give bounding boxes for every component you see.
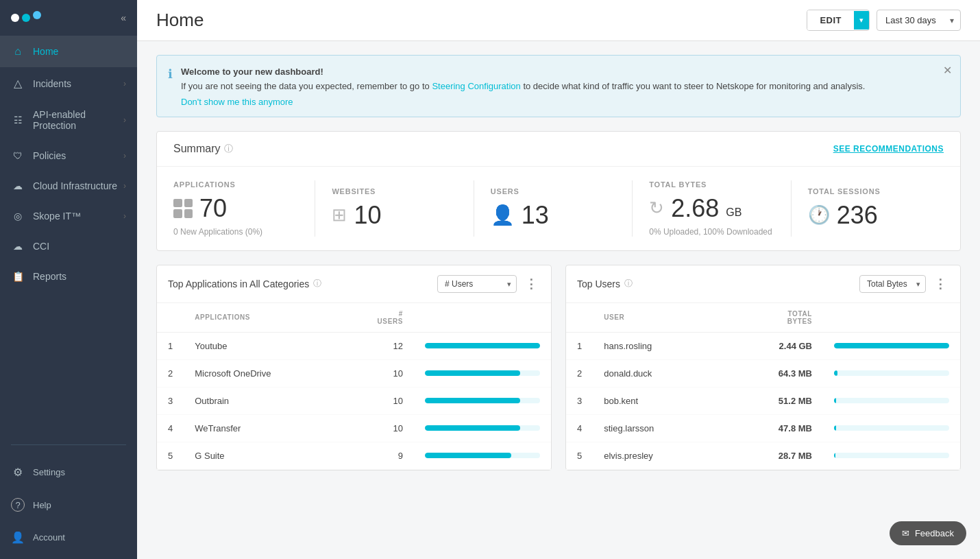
top-applications-table: APPLICATIONS # USERS 1 Youtube 12 2 Micr… xyxy=(157,303,551,470)
sidebar-item-cloud-label: Cloud Infrastructure xyxy=(33,180,123,191)
col-applications: APPLICATIONS xyxy=(184,303,366,333)
table-row: 3 Outbrain 10 xyxy=(157,387,551,414)
col-rank xyxy=(157,303,184,333)
api-arrow-icon: › xyxy=(123,115,126,125)
user-bytes: 47.8 MB xyxy=(755,414,823,442)
app-user-count: 10 xyxy=(366,359,414,387)
table-row: 2 donald.duck 64.3 MB xyxy=(566,359,960,387)
policies-arrow-icon: › xyxy=(123,151,126,160)
banner-line1: Welcome to your new dashboard! xyxy=(181,65,865,80)
feedback-icon: ✉ xyxy=(902,528,909,538)
app-rank: 4 xyxy=(157,414,184,442)
help-icon: ? xyxy=(11,498,25,512)
sessions-icon: 🕐 xyxy=(808,204,830,226)
top-users-controls: Total Bytes # Sessions # Activities ⋮ xyxy=(859,275,949,293)
user-name: bob.kent xyxy=(593,387,755,414)
top-users-menu-button[interactable]: ⋮ xyxy=(931,276,949,292)
summary-header: Summary ⓘ SEE RECOMMENDATIONS xyxy=(157,132,960,167)
users-icon: 👤 xyxy=(491,204,515,226)
api-icon: ☷ xyxy=(11,115,25,126)
top-applications-menu-button[interactable]: ⋮ xyxy=(522,276,540,292)
user-name: hans.rosling xyxy=(593,332,755,359)
sidebar-item-cloud-infrastructure[interactable]: ☁ Cloud Infrastructure › xyxy=(0,171,137,201)
user-rank: 4 xyxy=(566,414,593,442)
stat-applications: APPLICATIONS 70 0 New Applications (0%) xyxy=(173,180,309,237)
app-rank: 1 xyxy=(157,332,184,359)
sidebar-item-home[interactable]: ⌂ Home xyxy=(0,36,137,67)
sidebar-item-cci[interactable]: ☁ CCI xyxy=(0,231,137,261)
app-user-count: 10 xyxy=(366,387,414,414)
table-row: 1 hans.rosling 2.44 GB xyxy=(566,332,960,359)
skope-arrow-icon: › xyxy=(123,211,126,221)
top-users-metric-select[interactable]: Total Bytes # Sessions # Activities xyxy=(859,275,926,293)
widgets-row: Top Applications in All Categories ⓘ # U… xyxy=(156,265,961,471)
user-name: donald.duck xyxy=(593,359,755,387)
sidebar-item-incidents[interactable]: △ Incidents › xyxy=(0,67,137,99)
user-bar xyxy=(823,332,960,359)
account-icon: 👤 xyxy=(11,531,25,544)
edit-button[interactable]: EDIT ▾ xyxy=(807,10,870,31)
sidebar-item-reports[interactable]: 📋 Reports xyxy=(0,261,137,292)
sidebar-divider xyxy=(11,444,126,445)
stat-users-row: 👤 13 xyxy=(491,201,615,230)
steering-config-link[interactable]: Steering Configuration xyxy=(432,81,520,91)
app-user-count: 12 xyxy=(366,332,414,359)
top-applications-metric-select[interactable]: # Users Total Bytes Total Sessions xyxy=(437,275,517,293)
app-user-count: 9 xyxy=(366,442,414,469)
settings-icon: ⚙ xyxy=(11,466,25,479)
sidebar-item-help[interactable]: ? Help xyxy=(0,488,137,521)
stat-websites-value: 10 xyxy=(354,201,381,230)
top-applications-controls: # Users Total Bytes Total Sessions ⋮ xyxy=(437,275,540,293)
skope-icon: ◎ xyxy=(11,211,25,222)
sidebar-item-reports-label: Reports xyxy=(33,271,126,282)
user-bytes: 64.3 MB xyxy=(755,359,823,387)
top-users-title: Top Users ⓘ xyxy=(577,278,633,289)
stat-bytes-sub: 0% Uploaded, 100% Downloaded xyxy=(649,227,774,237)
stat-websites-row: ⊞ 10 xyxy=(332,201,456,230)
sidebar-item-settings[interactable]: ⚙ Settings xyxy=(0,456,137,488)
sidebar-item-api-protection[interactable]: ☷ API-enabled Protection › xyxy=(0,99,137,141)
top-users-metric-wrapper: Total Bytes # Sessions # Activities xyxy=(859,275,926,293)
cloud-arrow-icon: › xyxy=(123,181,126,191)
stat-applications-sub: 0 New Applications (0%) xyxy=(173,227,298,237)
app-bar xyxy=(414,332,551,359)
sidebar-logo: « xyxy=(0,0,137,36)
sidebar-item-settings-label: Settings xyxy=(33,467,126,477)
col-total-bytes: TOTAL BYTES xyxy=(755,303,823,333)
stat-bytes-unit: GB xyxy=(726,206,742,219)
app-user-count: 10 xyxy=(366,414,414,442)
banner-dismiss-link[interactable]: Don't show me this anymore xyxy=(181,97,865,107)
stat-divider-1 xyxy=(315,180,315,237)
table-row: 1 Youtube 12 xyxy=(157,332,551,359)
stat-sessions-value: 236 xyxy=(837,201,878,230)
sidebar-item-skope-label: Skope IT™ xyxy=(33,211,123,222)
sidebar-item-policies[interactable]: 🛡 Policies › xyxy=(0,141,137,171)
incidents-arrow-icon: › xyxy=(123,79,126,88)
app-bar xyxy=(414,359,551,387)
stat-total-bytes: TOTAL BYTES ↻ 2.68 GB 0% Uploaded, 100% … xyxy=(638,180,785,237)
date-range-select[interactable]: Last 30 days Last 7 days Last 24 hours xyxy=(877,10,961,31)
stat-users: USERS 👤 13 xyxy=(480,187,626,230)
summary-info-icon: ⓘ xyxy=(224,143,233,155)
stat-divider-4 xyxy=(791,180,792,237)
feedback-button[interactable]: ✉ Feedback xyxy=(890,521,966,545)
sidebar-item-skope-it[interactable]: ◎ Skope IT™ › xyxy=(0,201,137,231)
user-bar xyxy=(823,442,960,469)
cloud-infra-icon: ☁ xyxy=(11,180,25,191)
topbar: Home EDIT ▾ Last 30 days Last 7 days Las… xyxy=(137,0,980,41)
sidebar-item-account-label: Account xyxy=(33,532,126,543)
stat-sessions-row: 🕐 236 xyxy=(808,201,933,230)
apps-icon xyxy=(173,199,193,218)
sidebar-collapse-button[interactable]: « xyxy=(121,12,126,23)
sidebar-item-account[interactable]: 👤 Account xyxy=(0,521,137,554)
stat-divider-3 xyxy=(632,180,633,237)
see-recommendations-link[interactable]: SEE RECOMMENDATIONS xyxy=(833,144,944,154)
col-bar xyxy=(414,303,551,333)
date-range-select-wrapper: Last 30 days Last 7 days Last 24 hours xyxy=(877,10,961,31)
edit-dropdown-arrow-icon[interactable]: ▾ xyxy=(854,11,869,29)
sidebar-bottom: ⚙ Settings ? Help 👤 Account xyxy=(0,451,137,559)
sidebar: « ⌂ Home △ Incidents › ☷ API-enabled Pro… xyxy=(0,0,137,559)
banner-close-button[interactable]: ✕ xyxy=(943,64,952,77)
nav-items: ⌂ Home △ Incidents › ☷ API-enabled Prote… xyxy=(0,36,137,439)
top-applications-title: Top Applications in All Categories ⓘ xyxy=(168,278,321,289)
